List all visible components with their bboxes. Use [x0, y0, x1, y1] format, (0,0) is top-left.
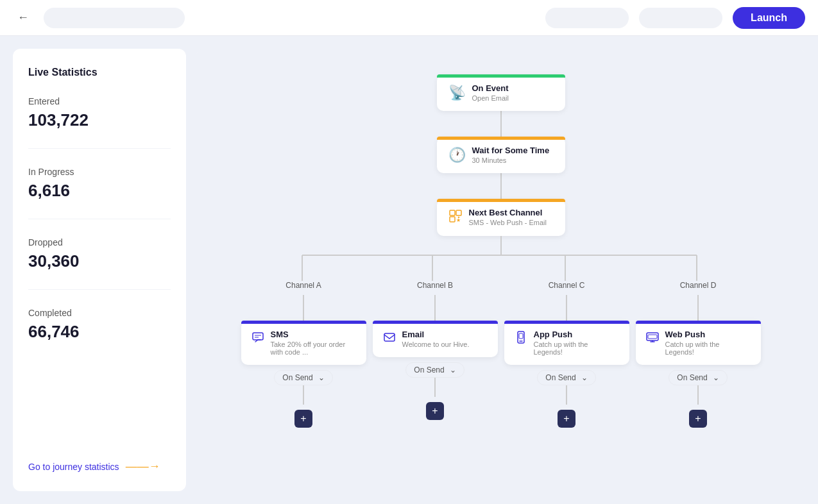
channel-c-node[interactable]: App Push Catch up with the Legends! — [504, 321, 629, 365]
channel-b-label: Channel B — [417, 281, 453, 290]
wait-bar — [437, 137, 565, 140]
channel-d-plus[interactable]: + — [689, 410, 707, 428]
channel-c-plus[interactable]: + — [558, 410, 575, 428]
channel-d-vline — [697, 295, 699, 321]
channel-c-onsend-label: On Send — [545, 373, 575, 382]
channel-c-label: Channel C — [549, 281, 585, 290]
nav-pill-main — [44, 8, 185, 28]
nbc-title: Next Best Channel — [469, 208, 547, 217]
flow-container: 📡 On Event Open Email 🕐 Wait for Some Ti… — [196, 49, 805, 453]
channel-b-plus[interactable]: + — [426, 402, 444, 420]
stat-entered-label: Entered — [28, 96, 171, 106]
nbc-subtitle: SMS - Web Push - Email — [469, 219, 547, 226]
channel-a-col: Channel A — [238, 281, 370, 428]
connector-2 — [500, 173, 502, 199]
channel-b-sub: Welcome to our Hive. — [402, 340, 470, 348]
channel-d-onsend-label: On Send — [677, 373, 707, 382]
on-event-bar — [437, 74, 565, 78]
sms-icon — [251, 331, 264, 347]
main-content: Live Statistics Entered 103,722 In Progr… — [0, 36, 818, 504]
stat-completed-label: Completed — [28, 308, 171, 318]
channel-c-title: App Push — [534, 330, 619, 339]
channel-b-onsend-chevron: ⌄ — [450, 365, 456, 374]
channel-b-bar — [373, 321, 498, 324]
back-button[interactable]: ← — [13, 8, 33, 28]
on-event-title: On Event — [472, 83, 509, 93]
branch-lines-container — [238, 236, 764, 281]
channel-d-node[interactable]: Web Push Catch up with the Legends! — [636, 321, 761, 365]
channel-c-vline2 — [566, 385, 567, 405]
sidebar: Live Statistics Entered 103,722 In Progr… — [13, 49, 186, 491]
connector-1 — [500, 111, 502, 137]
channel-b-vline — [434, 295, 436, 321]
channels-row: Channel A — [238, 281, 764, 428]
app-push-icon — [515, 331, 527, 347]
channel-a-sub: Take 20% off your order with code ... — [271, 340, 356, 356]
channel-d-col: Channel D — [633, 281, 764, 428]
channel-a-node[interactable]: SMS Take 20% off your order with code ..… — [241, 321, 366, 365]
canvas: 📡 On Event Open Email 🕐 Wait for Some Ti… — [196, 49, 805, 491]
stat-completed: Completed 66,746 — [28, 308, 171, 342]
channel-d-bar — [636, 321, 761, 324]
sidebar-title: Live Statistics — [28, 67, 171, 78]
channel-c-bar — [504, 321, 629, 324]
channel-a-title: SMS — [271, 330, 356, 339]
channel-b-col: Channel B Email — [370, 281, 501, 420]
channel-a-onsend-chevron: ⌄ — [318, 373, 325, 382]
launch-button[interactable]: Launch — [733, 7, 805, 29]
channel-c-onsend-chevron: ⌄ — [581, 373, 588, 382]
stat-dropped-label: Dropped — [28, 237, 171, 248]
on-event-node[interactable]: 📡 On Event Open Email — [437, 74, 565, 111]
channel-b-title: Email — [402, 330, 470, 339]
nbc-icon: ★ — [448, 209, 463, 227]
on-event-subtitle: Open Email — [472, 94, 509, 102]
svg-rect-15 — [384, 333, 395, 341]
channel-d-onsend[interactable]: On Send ⌄ — [669, 370, 727, 385]
channel-d-sub: Catch up with the Legends! — [665, 340, 751, 356]
svg-rect-12 — [253, 333, 263, 340]
wait-node[interactable]: 🕐 Wait for Some Time 30 Minutes — [437, 137, 565, 173]
channel-c-onsend[interactable]: On Send ⌄ — [537, 370, 595, 385]
channel-d-title: Web Push — [665, 330, 751, 339]
web-push-icon — [646, 331, 659, 347]
goto-statistics-link[interactable]: Go to journey statistics ——→ — [28, 460, 171, 473]
channel-d-onsend-chevron: ⌄ — [713, 373, 719, 382]
channel-b-node[interactable]: Email Welcome to our Hive. — [373, 321, 498, 357]
stat-in-progress: In Progress 6,616 — [28, 167, 171, 201]
svg-rect-0 — [450, 210, 455, 215]
channel-c-col: Channel C — [501, 281, 633, 428]
wait-title: Wait for Some Time — [472, 146, 550, 155]
on-event-icon: 📡 — [448, 85, 466, 101]
channel-c-sub: Catch up with the Legends! — [534, 340, 619, 356]
stat-inprogress-label: In Progress — [28, 167, 171, 177]
svg-rect-22 — [648, 335, 657, 339]
top-nav: ← Launch — [0, 0, 818, 36]
nav-pill-1 — [545, 8, 629, 28]
svg-rect-19 — [647, 333, 658, 340]
channel-a-vline2 — [303, 385, 304, 405]
channel-a-onsend-label: On Send — [282, 373, 312, 382]
channel-a-bar — [241, 321, 366, 324]
nav-pill-2 — [639, 8, 722, 28]
svg-rect-18 — [519, 333, 523, 339]
channel-c-vline — [566, 295, 567, 321]
channel-b-vline2 — [434, 378, 436, 397]
svg-rect-2 — [450, 217, 455, 222]
stat-completed-value: 66,746 — [28, 322, 171, 342]
svg-rect-1 — [456, 210, 461, 215]
next-best-channel-node[interactable]: ★ Next Best Channel SMS - Web Push - Ema… — [437, 199, 565, 236]
channel-a-plus[interactable]: + — [294, 410, 312, 428]
stat-entered: Entered 103,722 — [28, 96, 171, 130]
channel-d-vline2 — [697, 385, 699, 405]
stat-inprogress-value: 6,616 — [28, 181, 171, 201]
channel-a-onsend[interactable]: On Send ⌄ — [274, 370, 332, 385]
channel-a-label: Channel A — [285, 281, 321, 290]
channel-b-onsend[interactable]: On Send ⌄ — [405, 362, 464, 378]
channel-b-onsend-label: On Send — [414, 365, 444, 374]
wait-subtitle: 30 Minutes — [472, 156, 550, 164]
wait-icon: 🕐 — [448, 147, 466, 164]
email-icon — [383, 331, 396, 347]
svg-text:★: ★ — [456, 217, 461, 223]
goto-arrow-icon: ——→ — [126, 460, 160, 473]
channel-a-vline — [303, 295, 304, 321]
